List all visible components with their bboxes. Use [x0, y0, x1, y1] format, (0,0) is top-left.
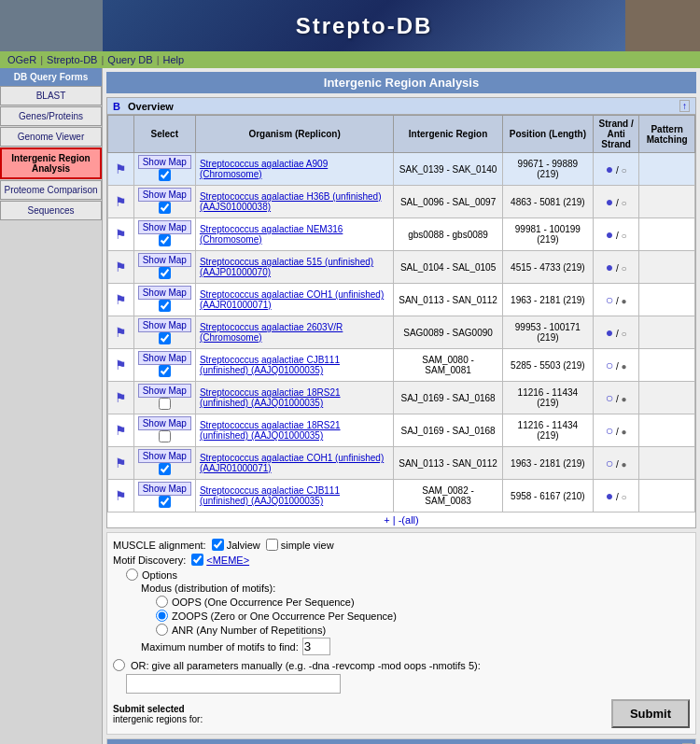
strand-minus-radio[interactable]: ○: [622, 263, 627, 274]
params-input[interactable]: [126, 674, 341, 694]
strand-plus-radio[interactable]: ●: [606, 488, 613, 503]
organism-link[interactable]: Streptococcus agalactiae 2603V/R (Chromo…: [200, 322, 343, 343]
zoops-radio[interactable]: [156, 610, 168, 622]
table-row: ⚑Show MapStreptococcus agalactiae CJB111…: [108, 349, 695, 382]
show-map-button[interactable]: Show Map: [138, 449, 191, 463]
select-checkbox[interactable]: [159, 202, 171, 214]
sidebar-title: DB Query Forms: [0, 68, 102, 86]
select-checkbox[interactable]: [159, 300, 171, 312]
plus-minus-all[interactable]: + | -(all): [107, 512, 695, 527]
organism-link[interactable]: Streptococcus agalactiae A909 (Chromosom…: [200, 159, 328, 179]
sidebar-item-intergenic[interactable]: Intergenic Region Analysis: [0, 147, 102, 179]
sort-up-icon[interactable]: ↑: [679, 100, 690, 112]
oops-radio[interactable]: [156, 596, 168, 608]
simple-view-checkbox[interactable]: [266, 539, 278, 551]
overview-label: Overview: [128, 101, 174, 112]
flag-cell: ⚑: [108, 218, 134, 251]
strand-plus-radio[interactable]: ●: [606, 161, 613, 176]
strand-plus-radio[interactable]: ●: [606, 325, 613, 340]
or-radio[interactable]: [113, 659, 125, 671]
select-checkbox[interactable]: [159, 365, 171, 377]
strand-minus-radio[interactable]: ○: [622, 329, 627, 339]
select-checkbox[interactable]: [159, 169, 171, 181]
show-map-button[interactable]: Show Map: [138, 188, 191, 202]
strand-minus-radio[interactable]: ●: [622, 394, 627, 404]
flag-cell: ⚑: [108, 186, 134, 218]
intergenic-cell: SAJ_0169 - SAJ_0168: [394, 414, 503, 447]
overview-toggle[interactable]: B: [113, 101, 120, 112]
strand-minus-radio[interactable]: ●: [622, 427, 627, 437]
show-map-button[interactable]: Show Map: [138, 155, 191, 169]
max-motifs-input[interactable]: [302, 638, 330, 655]
show-map-button[interactable]: Show Map: [138, 318, 191, 332]
select-checkbox[interactable]: [159, 267, 171, 279]
organism-link[interactable]: Streptococcus agalactiae 18RS21 (unfinis…: [200, 387, 341, 408]
flag-cell: ⚑: [108, 153, 134, 186]
app-title: Strepto-DB: [296, 13, 433, 39]
max-motifs-label: Maximum number of motifs to find:: [141, 641, 299, 653]
show-map-button[interactable]: Show Map: [138, 384, 191, 398]
nav-oger[interactable]: OGeR: [7, 54, 36, 65]
select-checkbox[interactable]: [159, 332, 171, 344]
strand-minus-radio[interactable]: ○: [622, 198, 627, 208]
strand-minus-radio[interactable]: ●: [622, 296, 627, 306]
show-map-button[interactable]: Show Map: [138, 482, 191, 496]
pattern-cell: [639, 349, 695, 382]
select-checkbox[interactable]: [159, 398, 171, 410]
intergenic-cell: SAJ_0169 - SAJ_0168: [394, 382, 503, 414]
options-radio[interactable]: [126, 569, 138, 581]
sidebar-item-genome-viewer[interactable]: Genome Viewer: [0, 127, 102, 147]
jalview-checkbox[interactable]: [212, 539, 224, 551]
strand-plus-radio[interactable]: ●: [606, 227, 613, 242]
select-checkbox[interactable]: [159, 430, 171, 442]
organism-link[interactable]: Streptococcus agalactiae 515 (unfinished…: [200, 257, 373, 277]
organism-link[interactable]: Streptococcus agalactiae CJB111 (unfinis…: [200, 355, 340, 375]
intergenic-cell: SAG0089 - SAG0090: [394, 316, 503, 349]
strand-cell: ○ / ●: [593, 284, 638, 316]
select-cell: Show Map: [133, 186, 195, 218]
jalview-checkbox-label[interactable]: Jalview: [212, 539, 260, 551]
select-checkbox[interactable]: [159, 463, 171, 475]
show-map-button[interactable]: Show Map: [138, 416, 191, 430]
strand-minus-radio[interactable]: ●: [622, 361, 627, 372]
strand-minus-radio[interactable]: ○: [622, 165, 627, 175]
select-checkbox[interactable]: [159, 234, 171, 246]
strand-cell: ● / ○: [593, 251, 638, 284]
show-map-button[interactable]: Show Map: [138, 286, 191, 300]
organism-link[interactable]: Streptococcus agalactiae COH1 (unfinishe…: [200, 289, 384, 310]
select-checkbox[interactable]: [159, 496, 171, 508]
sidebar-item-blast[interactable]: BLAST: [0, 86, 102, 105]
anr-radio[interactable]: [156, 624, 168, 636]
submit-button[interactable]: Submit: [611, 699, 690, 728]
strand-plus-radio[interactable]: ●: [606, 260, 613, 274]
show-map-button[interactable]: Show Map: [138, 220, 191, 234]
meme-checkbox-label[interactable]: <MEME>: [191, 554, 249, 566]
select-cell: Show Map: [133, 284, 195, 316]
strand-minus-radio[interactable]: ●: [622, 459, 627, 470]
organism-link[interactable]: Streptococcus agalactiae 18RS21 (unfinis…: [200, 420, 341, 441]
strand-minus-radio[interactable]: ○: [622, 492, 627, 502]
intergenic-cell: SAM_0080 - SAM_0081: [394, 349, 503, 382]
show-map-button[interactable]: Show Map: [138, 253, 191, 267]
strand-plus-radio[interactable]: ○: [606, 358, 613, 372]
strand-plus-radio[interactable]: ○: [606, 456, 613, 470]
strand-plus-radio[interactable]: ○: [606, 292, 613, 307]
table-row: ⚑Show MapStreptococcus agalactiae H36B (…: [108, 186, 695, 218]
strand-plus-radio[interactable]: ○: [606, 423, 613, 438]
sidebar-item-genes[interactable]: Genes/Proteins: [0, 106, 102, 126]
meme-checkbox[interactable]: [191, 554, 203, 566]
nav-querydb[interactable]: Query DB: [107, 54, 152, 65]
organism-link[interactable]: Streptococcus agalactiae COH1 (unfinishe…: [200, 453, 384, 473]
organism-link[interactable]: Streptococcus agalactiae H36B (unfinishe…: [200, 191, 382, 212]
strand-minus-radio[interactable]: ○: [622, 231, 627, 241]
sidebar-item-sequences[interactable]: Sequences: [0, 201, 102, 220]
sidebar-item-proteome[interactable]: Proteome Comparison: [0, 180, 102, 200]
nav-help[interactable]: Help: [162, 54, 184, 65]
position-cell: 99671 - 99889 (219): [502, 153, 593, 186]
organism-link[interactable]: Streptococcus agalactiae NEM316 (Chromos…: [200, 224, 343, 245]
organism-link[interactable]: Streptococcus agalactiae CJB111 (unfinis…: [200, 485, 340, 506]
strand-plus-radio[interactable]: ●: [606, 194, 613, 209]
strand-plus-radio[interactable]: ○: [606, 390, 613, 405]
nav-streptodb[interactable]: Strepto-DB: [47, 54, 97, 65]
show-map-button[interactable]: Show Map: [138, 351, 191, 365]
